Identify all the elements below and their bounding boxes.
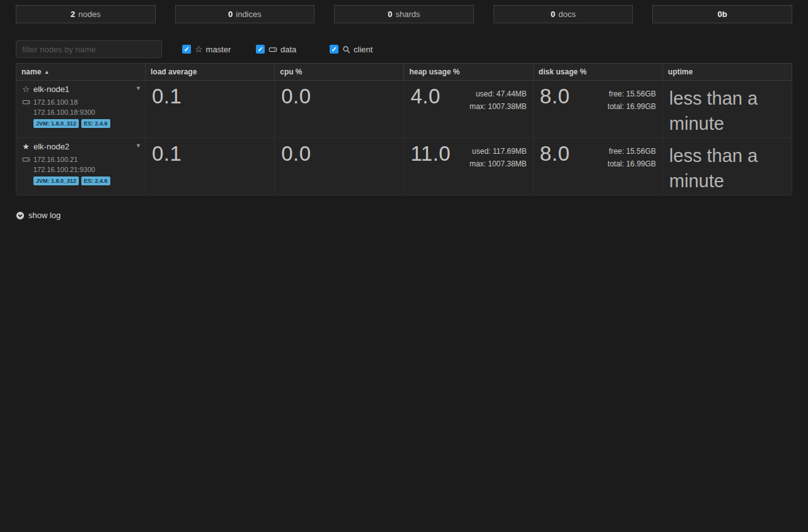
stat-docs: 0 docs	[493, 5, 633, 23]
cpu-value: 0.0	[281, 143, 397, 165]
cpu-value: 0.0	[281, 86, 397, 108]
load-average-value: 0.1	[152, 143, 268, 165]
es-version-badge: ES: 2.4.6	[81, 176, 110, 185]
heap-max: max: 1007.38MB	[470, 158, 527, 170]
node-ip-row: 172.16.100.21	[21, 156, 140, 163]
node-name: elk-node1	[33, 84, 69, 94]
node-name-cell: ☆ elk-node1 ▼ 172.16.100.18 172.16.100.1…	[16, 81, 146, 137]
checkbox-checked-icon: ✓	[182, 45, 191, 54]
cluster-overview-page: 2 nodes 0 indices 0 shards 0 docs 0b ✓ ☆…	[0, 0, 808, 220]
master-star-icon: ☆	[195, 45, 203, 54]
node-disk-cell: 8.0 free: 15.56GB total: 16.99GB	[534, 138, 663, 195]
heap-used: used: 47.44MB	[470, 88, 527, 100]
checkbox-checked-icon: ✓	[330, 45, 338, 54]
data-drive-icon	[268, 45, 277, 54]
node-title-row: ★ elk-node2	[21, 142, 140, 151]
disk-detail: free: 15.56GB total: 16.99GB	[608, 86, 656, 113]
jvm-version-badge: JVM: 1.8.0_312	[33, 119, 79, 128]
stat-size-value: 0b	[718, 9, 727, 19]
cluster-stats-row: 2 nodes 0 indices 0 shards 0 docs 0b	[16, 5, 792, 23]
uptime-value: less than a minute	[669, 86, 785, 136]
disk-total: total: 16.99GB	[608, 100, 656, 113]
node-disk-cell: 8.0 free: 15.56GB total: 16.99GB	[534, 81, 663, 137]
stat-shards-value: 0	[388, 9, 392, 19]
header-disk-label: disk usage %	[539, 67, 587, 76]
filter-client-label: client	[354, 45, 372, 54]
heap-percent-value: 11.0	[410, 143, 451, 165]
stat-indices-value: 0	[228, 9, 233, 19]
header-heap-usage[interactable]: heap usage %	[404, 64, 533, 80]
node-star-icon: ★	[21, 142, 30, 151]
nodes-table-header: name ▲ load average cpu % heap usage % d…	[16, 63, 792, 81]
filter-master-label: master	[206, 45, 231, 54]
jvm-version-badge: JVM: 1.8.0_312	[33, 176, 79, 185]
heap-max: max: 1007.38MB	[470, 100, 527, 113]
disk-detail: free: 15.56GB total: 16.99GB	[608, 143, 656, 170]
stat-docs-value: 0	[551, 9, 555, 19]
node-dropdown-caret-icon[interactable]: ▼	[136, 84, 141, 92]
node-load-average-cell: 0.1	[146, 138, 275, 195]
stat-docs-label: docs	[558, 9, 575, 19]
show-log-label: show log	[28, 211, 61, 220]
node-cpu-cell: 0.0	[275, 81, 404, 137]
disk-percent-value: 8.0	[540, 143, 570, 165]
node-heap-cell: 11.0 used: 117.69MB max: 1007.38MB	[404, 138, 533, 195]
chevron-down-circle-icon	[16, 211, 25, 220]
stat-indices-label: indices	[236, 9, 261, 19]
header-load-average[interactable]: load average	[146, 64, 275, 80]
heap-percent-value: 4.0	[410, 86, 440, 108]
stat-nodes: 2 nodes	[16, 5, 156, 23]
node-star-icon: ☆	[21, 84, 30, 94]
node-name-cell: ★ elk-node2 ▼ 172.16.100.21 172.16.100.2…	[16, 138, 146, 195]
header-name-label: name	[21, 67, 41, 76]
filter-data-label: data	[280, 45, 296, 54]
header-uptime[interactable]: uptime	[663, 64, 792, 80]
client-search-icon	[342, 45, 350, 54]
disk-free: free: 15.56GB	[608, 88, 656, 100]
table-row: ☆ elk-node1 ▼ 172.16.100.18 172.16.100.1…	[16, 81, 792, 138]
stat-shards: 0 shards	[334, 5, 474, 23]
filter-client-checkbox[interactable]: ✓ client	[330, 45, 383, 54]
header-load-label: load average	[151, 67, 197, 76]
node-uptime-cell: less than a minute	[663, 81, 792, 137]
node-dropdown-caret-icon[interactable]: ▼	[136, 142, 141, 149]
filter-master-checkbox[interactable]: ✓ ☆ master	[182, 45, 236, 54]
node-name: elk-node2	[33, 142, 69, 151]
header-cpu-label: cpu %	[280, 67, 302, 76]
filter-nodes-input[interactable]	[16, 40, 162, 58]
show-log-toggle[interactable]: show log	[16, 211, 61, 220]
disk-percent-value: 8.0	[540, 86, 570, 108]
heap-detail: used: 47.44MB max: 1007.38MB	[470, 86, 527, 113]
node-ip: 172.16.100.21	[33, 156, 78, 163]
node-uptime-cell: less than a minute	[663, 138, 792, 195]
stat-size: 0b	[652, 5, 792, 23]
disk-total: total: 16.99GB	[608, 158, 656, 170]
nodes-table: name ▲ load average cpu % heap usage % d…	[16, 63, 792, 195]
node-load-average-cell: 0.1	[146, 81, 275, 137]
header-cpu[interactable]: cpu %	[275, 64, 404, 80]
header-name[interactable]: name ▲	[16, 64, 146, 80]
sort-asc-icon: ▲	[44, 69, 49, 75]
load-average-value: 0.1	[152, 86, 268, 108]
node-ip: 172.16.100.18	[33, 98, 78, 106]
node-heap-cell: 4.0 used: 47.44MB max: 1007.38MB	[404, 81, 533, 137]
header-disk-usage[interactable]: disk usage %	[534, 64, 663, 80]
heap-detail: used: 117.69MB max: 1007.38MB	[470, 143, 527, 170]
stat-indices: 0 indices	[175, 5, 315, 23]
node-drive-icon	[21, 98, 30, 106]
disk-free: free: 15.56GB	[608, 145, 656, 158]
node-cpu-cell: 0.0	[275, 138, 404, 195]
uptime-value: less than a minute	[669, 143, 785, 194]
node-badges: JVM: 1.8.0_312 ES: 2.4.6	[33, 176, 140, 185]
node-transport-address: 172.16.100.21:9300	[33, 166, 140, 173]
stat-nodes-label: nodes	[78, 9, 100, 19]
stat-shards-label: shards	[396, 9, 420, 19]
heap-used: used: 117.69MB	[470, 145, 527, 158]
node-ip-row: 172.16.100.18	[21, 98, 140, 106]
node-drive-icon	[21, 156, 30, 163]
node-filters-row: ✓ ☆ master ✓ data ✓ client	[16, 40, 792, 58]
header-heap-label: heap usage %	[409, 67, 459, 76]
filter-data-checkbox[interactable]: ✓ data	[256, 45, 309, 54]
checkbox-checked-icon: ✓	[256, 45, 265, 54]
stat-nodes-value: 2	[71, 9, 75, 19]
